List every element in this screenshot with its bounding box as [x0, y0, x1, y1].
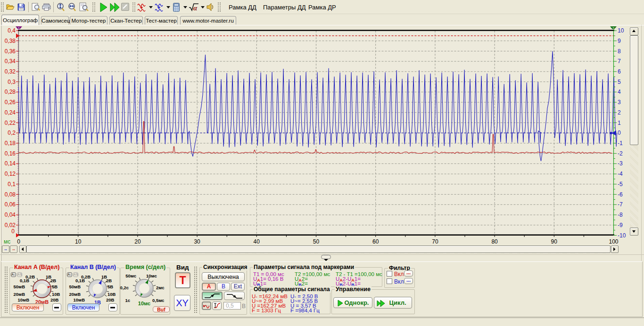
svg-text:-2: -2 [618, 150, 623, 157]
svg-text:0,14: 0,14 [5, 160, 16, 167]
svg-text:6: 6 [618, 68, 621, 75]
svg-text:10: 10 [75, 238, 82, 245]
svg-text:0,02: 0,02 [5, 222, 16, 228]
svg-text:8: 8 [618, 48, 621, 55]
svg-text:2: 2 [612, 26, 615, 31]
svg-text:60: 60 [372, 238, 379, 245]
svg-text:-3: -3 [618, 160, 623, 167]
svg-text:50: 50 [313, 238, 320, 245]
svg-text:-1: -1 [618, 140, 623, 147]
svg-text:9: 9 [618, 38, 621, 44]
svg-text:40: 40 [254, 238, 260, 245]
svg-text:0: 0 [17, 238, 20, 245]
svg-text:мс: мс [4, 238, 10, 245]
svg-text:0,16: 0,16 [5, 150, 16, 157]
svg-text:0,24: 0,24 [5, 109, 16, 116]
svg-text:20: 20 [134, 238, 141, 245]
svg-text:0,4: 0,4 [8, 27, 16, 34]
svg-text:0,1: 0,1 [8, 181, 16, 187]
svg-text:0,36: 0,36 [5, 48, 16, 55]
svg-text:α: α [193, 4, 198, 12]
svg-text:30: 30 [194, 238, 200, 245]
svg-text:80: 80 [491, 238, 498, 245]
svg-text:2: 2 [618, 109, 621, 116]
svg-text:70: 70 [432, 238, 438, 245]
svg-text:-9: -9 [618, 222, 623, 228]
svg-text:-8: -8 [618, 212, 623, 218]
svg-text:0: 0 [11, 228, 15, 235]
svg-text:1: 1 [18, 26, 20, 31]
svg-text:0,34: 0,34 [5, 58, 16, 65]
svg-text:0,3: 0,3 [8, 79, 16, 85]
svg-text:0: 0 [618, 130, 621, 136]
svg-text:-6: -6 [618, 191, 623, 198]
svg-text:3: 3 [618, 99, 621, 106]
svg-text:5: 5 [618, 79, 621, 85]
svg-text:-4: -4 [618, 171, 623, 177]
svg-text:0,04: 0,04 [5, 212, 16, 218]
svg-text:1: 1 [618, 120, 621, 126]
svg-text:0,08: 0,08 [5, 191, 16, 198]
svg-text:0,22: 0,22 [5, 120, 16, 126]
svg-text:0,12: 0,12 [5, 171, 16, 177]
svg-text:0,26: 0,26 [5, 99, 16, 106]
svg-text:-5: -5 [618, 181, 623, 187]
svg-text:0,32: 0,32 [5, 68, 16, 75]
svg-text:0,18: 0,18 [5, 140, 16, 147]
svg-text:0,06: 0,06 [5, 201, 16, 208]
svg-text:100: 100 [609, 238, 618, 245]
svg-text:-10: -10 [618, 232, 626, 239]
svg-text:4: 4 [618, 89, 621, 95]
svg-text:0,38: 0,38 [5, 38, 16, 44]
svg-text:0,28: 0,28 [5, 89, 16, 95]
svg-text:7: 7 [618, 58, 621, 65]
svg-text:0,2: 0,2 [8, 130, 16, 136]
svg-text:10: 10 [618, 27, 624, 34]
svg-text:-7: -7 [618, 201, 623, 208]
svg-text:90: 90 [551, 238, 558, 245]
